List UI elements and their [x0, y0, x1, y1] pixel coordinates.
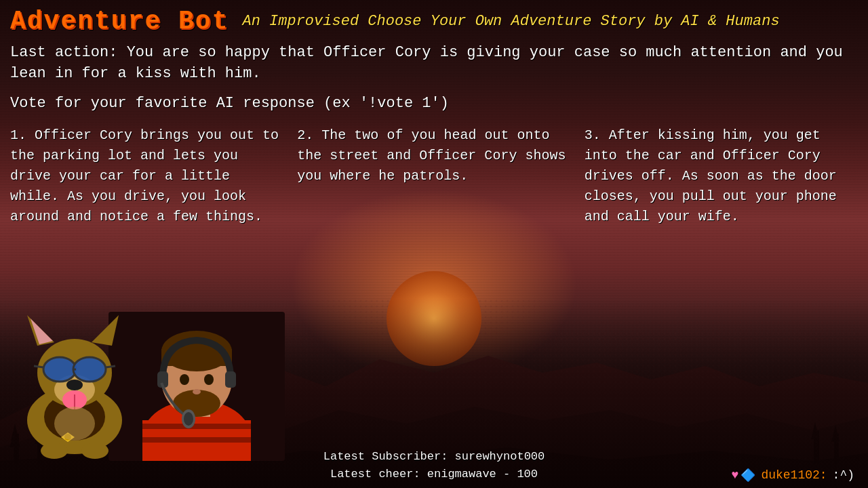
- latest-sub-name: surewhynot000: [455, 450, 545, 463]
- badge-icon: 🔷: [741, 468, 755, 483]
- chat-message: :^): [833, 468, 854, 482]
- option-2-text: The two of you head out onto the street …: [297, 127, 566, 184]
- option-3-text: After kissing him, you get into the car …: [585, 127, 837, 224]
- latest-sub-label: Latest Subscriber:: [323, 450, 448, 463]
- option-2-number: 2.: [297, 127, 313, 143]
- svg-point-46: [180, 374, 189, 385]
- subscriber-info: Latest Subscriber: surewhynot000 Latest …: [323, 448, 545, 483]
- last-action-text: You are so happy that Officer Cory is gi…: [10, 44, 843, 82]
- svg-point-48: [193, 389, 201, 394]
- option-2: 2. The two of you head out onto the stre…: [297, 125, 570, 227]
- title-bar: Adventure Bot An Improvised Choose Your …: [10, 7, 858, 36]
- dog-cutout: [0, 312, 146, 461]
- svg-point-34: [41, 443, 68, 459]
- chat-area: ♥ 🔷 duke1102: :^): [732, 468, 854, 483]
- svg-rect-50: [225, 371, 236, 388]
- last-action-label: Last action:: [10, 44, 117, 61]
- svg-marker-23: [92, 315, 119, 346]
- svg-point-47: [204, 374, 214, 385]
- option-1-text: Officer Cory brings you out to the parki…: [10, 127, 279, 224]
- last-action-block: Last action: You are so happy that Offic…: [10, 43, 858, 85]
- chat-icons: ♥ 🔷: [732, 468, 756, 483]
- latest-cheer-name: enigmawave - 100: [427, 468, 538, 481]
- svg-line-29: [34, 366, 43, 367]
- option-1-number: 1.: [10, 127, 26, 143]
- svg-point-52: [184, 412, 193, 426]
- option-3: 3. After kissing him, you get into the c…: [585, 125, 858, 227]
- latest-sub-line: Latest Subscriber: surewhynot000: [323, 448, 545, 466]
- option-3-number: 3.: [585, 127, 601, 143]
- svg-point-18: [66, 380, 83, 390]
- options-container: 1. Officer Cory brings you out to the pa…: [10, 125, 858, 227]
- app-title: Adventure Bot: [10, 7, 229, 36]
- vote-prompt: Vote for your favorite AI response (ex '…: [10, 95, 858, 112]
- svg-rect-39: [142, 424, 251, 429]
- latest-cheer-line: Latest cheer: enigmawave - 100: [323, 466, 545, 483]
- svg-point-33: [54, 407, 95, 441]
- svg-rect-40: [142, 437, 251, 443]
- latest-cheer-label: Latest cheer:: [330, 468, 420, 481]
- app-subtitle: An Improvised Choose Your Own Adventure …: [242, 13, 779, 30]
- option-1: 1. Officer Cory brings you out to the pa…: [10, 125, 283, 227]
- svg-line-30: [106, 366, 115, 367]
- heart-icon: ♥: [732, 468, 739, 482]
- svg-point-35: [81, 443, 108, 459]
- chat-username: duke1102:: [761, 468, 827, 482]
